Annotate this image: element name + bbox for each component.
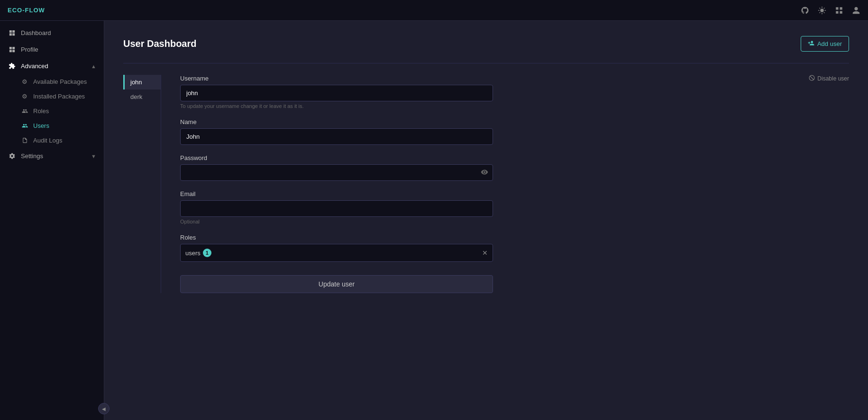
user-list: john derk	[123, 75, 161, 293]
user-form-section: Disable user Username To update your use…	[161, 75, 849, 293]
update-user-button[interactable]: Update user	[180, 275, 493, 293]
collapse-icon: ◀	[102, 406, 106, 411]
sidebar-item-advanced-label: Advanced	[21, 63, 86, 70]
roles-clear-button[interactable]: ✕	[482, 249, 488, 257]
add-user-label: Add user	[817, 40, 842, 47]
username-label: Username	[180, 75, 830, 82]
svg-rect-2	[12, 47, 15, 49]
sidebar-item-installed-packages[interactable]: ⚙ Installed Packages	[0, 89, 104, 104]
available-packages-icon: ⚙	[21, 78, 28, 85]
content-area: User Dashboard Add user john de	[104, 21, 868, 420]
page-title: User Dashboard	[123, 38, 197, 49]
roles-group: Roles users 1 ✕	[180, 234, 830, 262]
sidebar-item-audit-logs-label: Audit Logs	[33, 137, 62, 144]
svg-rect-1	[9, 50, 11, 52]
email-label: Email	[180, 190, 830, 197]
user-list-item-john[interactable]: john	[123, 75, 161, 89]
svg-rect-0	[9, 47, 11, 49]
username-input[interactable]	[180, 85, 493, 101]
sidebar-item-available-packages-label: Available Packages	[33, 78, 87, 85]
topbar: ECO-FLOW	[0, 0, 868, 21]
sidebar-item-settings-label: Settings	[21, 152, 86, 160]
username-group: Username To update your username change …	[180, 75, 830, 109]
user-derk-name: derk	[130, 93, 142, 100]
disable-user-button[interactable]: Disable user	[809, 75, 849, 82]
puzzle-icon	[8, 63, 16, 70]
add-user-icon	[808, 40, 814, 48]
name-input[interactable]	[180, 128, 493, 145]
sidebar-item-dashboard[interactable]: Dashboard	[0, 25, 104, 41]
app-logo: ECO-FLOW	[8, 7, 45, 14]
dashboard-icon	[8, 29, 16, 36]
role-count-badge: 1	[203, 249, 211, 257]
password-group: Password	[180, 154, 830, 181]
sidebar-item-roles-label: Roles	[33, 107, 49, 115]
password-label: Password	[180, 154, 830, 161]
disable-icon	[809, 75, 815, 82]
account-icon[interactable]	[852, 6, 860, 15]
sidebar-item-available-packages[interactable]: ⚙ Available Packages	[0, 74, 104, 89]
sidebar-item-roles[interactable]: Roles	[0, 104, 104, 118]
roles-label: Roles	[180, 234, 830, 241]
sidebar-item-profile[interactable]: Profile	[0, 41, 104, 58]
sidebar-item-advanced[interactable]: Advanced ▲	[0, 58, 104, 74]
sidebar-collapse-button[interactable]: ◀	[98, 403, 110, 414]
add-user-button[interactable]: Add user	[801, 36, 849, 52]
name-group: Name	[180, 118, 830, 145]
email-hint: Optional	[180, 219, 830, 224]
sidebar-item-audit-logs[interactable]: Audit Logs	[0, 133, 104, 148]
sidebar-item-installed-packages-label: Installed Packages	[33, 93, 85, 100]
user-list-item-derk[interactable]: derk	[123, 89, 161, 104]
github-icon[interactable]	[801, 6, 809, 15]
sidebar-item-users-label: Users	[33, 122, 49, 129]
content-inner: User Dashboard Add user john de	[104, 21, 868, 420]
sidebar: Dashboard Profile Advanced ▲ ⚙ Avail	[0, 21, 104, 420]
svg-line-5	[810, 76, 814, 80]
user-layout: john derk Disable user	[123, 75, 849, 293]
users-icon	[21, 123, 28, 129]
chevron-up-icon: ▲	[91, 63, 96, 69]
sidebar-item-profile-label: Profile	[21, 46, 96, 53]
profile-icon	[8, 46, 16, 53]
roles-icon	[21, 108, 28, 114]
role-tag-users: users 1	[185, 249, 211, 257]
installed-packages-icon: ⚙	[21, 93, 28, 100]
chevron-down-icon: ▼	[91, 153, 96, 159]
email-group: Email Optional	[180, 190, 830, 224]
page-header: User Dashboard Add user	[123, 36, 849, 52]
settings-icon	[8, 152, 16, 160]
user-john-name: john	[130, 79, 142, 86]
sidebar-item-users[interactable]: Users	[0, 118, 104, 133]
update-user-label: Update user	[319, 280, 355, 288]
svg-rect-3	[12, 50, 15, 52]
main-layout: Dashboard Profile Advanced ▲ ⚙ Avail	[0, 21, 868, 420]
password-toggle-icon[interactable]	[481, 168, 488, 177]
password-input[interactable]	[180, 164, 493, 181]
password-wrapper	[180, 164, 493, 181]
disable-user-label: Disable user	[817, 75, 849, 82]
audit-logs-icon	[21, 137, 28, 143]
email-input[interactable]	[180, 200, 493, 217]
grid-icon[interactable]	[835, 6, 843, 15]
username-hint: To update your username change it or lea…	[180, 103, 830, 109]
name-label: Name	[180, 118, 830, 125]
roles-input-wrapper[interactable]: users 1 ✕	[180, 244, 493, 262]
sidebar-item-settings[interactable]: Settings ▼	[0, 148, 104, 164]
sidebar-item-dashboard-label: Dashboard	[21, 29, 96, 36]
theme-icon[interactable]	[818, 6, 826, 15]
header-divider	[123, 63, 849, 63]
role-name: users	[185, 250, 201, 257]
sidebar-nav: Dashboard Profile Advanced ▲ ⚙ Avail	[0, 21, 104, 420]
topbar-icons	[801, 6, 860, 15]
